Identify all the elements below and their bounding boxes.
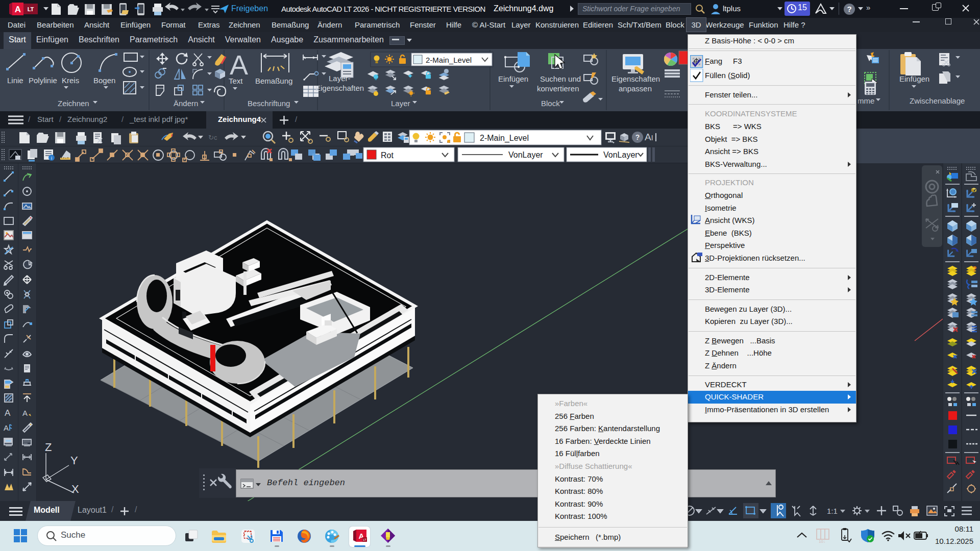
svg-text:A: A xyxy=(4,423,9,432)
svg-text:A: A xyxy=(22,409,28,417)
svg-text:Ändern: Ändern xyxy=(174,99,198,108)
svg-text:Zeichnen: Zeichnen xyxy=(58,99,89,108)
svg-text:konvertieren: konvertieren xyxy=(537,84,579,93)
svg-text:X: X xyxy=(71,483,79,495)
svg-text:i: i xyxy=(51,156,52,161)
svg-text:Y: Y xyxy=(70,454,78,467)
svg-text:Bemaßung: Bemaßung xyxy=(255,77,292,85)
svg-text:Eigenschaften: Eigenschaften xyxy=(315,84,364,92)
svg-text:Einfügen: Einfügen xyxy=(498,74,528,83)
svg-text:A: A xyxy=(230,49,248,80)
svg-text:10↓: 10↓ xyxy=(819,539,825,543)
svg-text:Z: Z xyxy=(45,441,52,454)
svg-text:Beschriftung: Beschriftung xyxy=(248,99,290,108)
svg-text:Suchen und: Suchen und xyxy=(540,74,581,83)
svg-text:Kreis: Kreis xyxy=(62,76,79,85)
svg-text:VonLayer: VonLayer xyxy=(603,151,638,159)
svg-text:VonLayer: VonLayer xyxy=(508,151,543,159)
svg-text:A: A xyxy=(15,5,21,14)
svg-text:Layer-: Layer- xyxy=(329,74,351,83)
svg-text:Rot: Rot xyxy=(381,151,394,160)
svg-text:A: A xyxy=(5,408,11,418)
svg-text:Layer: Layer xyxy=(391,99,410,108)
svg-text:↻c: ↻c xyxy=(208,134,217,141)
svg-text:1:1: 1:1 xyxy=(827,507,838,515)
svg-text:AI: AI xyxy=(645,132,653,142)
svg-text:LT: LT xyxy=(28,6,34,12)
svg-text:Block: Block xyxy=(541,99,560,108)
svg-text:anpassen: anpassen xyxy=(619,84,652,93)
svg-text:?: ? xyxy=(972,265,977,273)
svg-text:Einfügen: Einfügen xyxy=(899,74,929,83)
svg-text:Zwischenablage: Zwischenablage xyxy=(910,96,965,105)
svg-text:LT: LT xyxy=(363,538,366,541)
svg-text:Eigenschaften: Eigenschaften xyxy=(611,74,660,83)
svg-text:?: ? xyxy=(847,5,851,13)
svg-text:Text: Text xyxy=(229,77,243,85)
svg-text:mme: mme xyxy=(857,96,874,105)
svg-text:2-Main_Level: 2-Main_Level xyxy=(480,134,529,143)
svg-text:?: ? xyxy=(635,133,640,141)
svg-text:Bogen: Bogen xyxy=(93,76,115,85)
svg-text:2-Main_Level: 2-Main_Level xyxy=(426,56,472,64)
svg-text:Linie: Linie xyxy=(7,76,23,85)
svg-text:Polylinie: Polylinie xyxy=(29,76,57,85)
